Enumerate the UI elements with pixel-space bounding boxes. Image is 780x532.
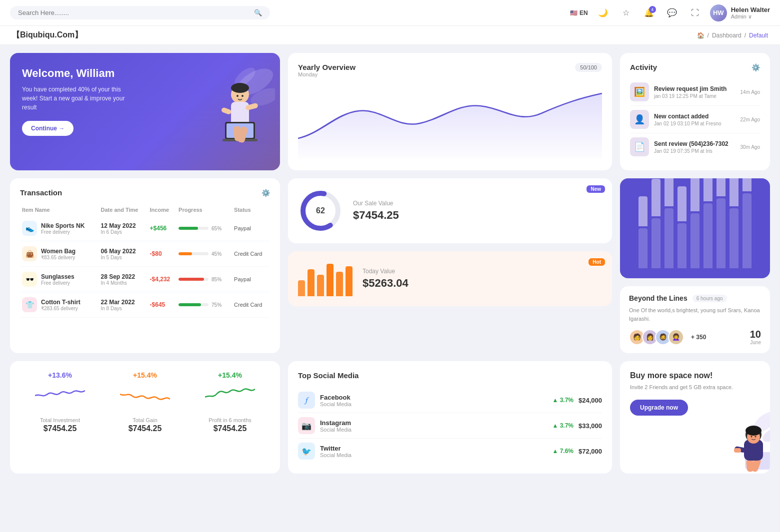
bar-column <box>730 178 738 268</box>
buyspace-illustration <box>715 407 770 474</box>
right-col2: Beyond the Lines 6 hours ago One Of the … <box>620 178 770 353</box>
sale-stack: New 62 Our Sale Value $7454.25 Hot Today… <box>288 178 612 353</box>
fullscreen-icon[interactable]: ⛶ <box>687 5 703 21</box>
buyspace-desc: Invite 2 Friends and get 5 GB extra spac… <box>630 383 760 392</box>
user-profile[interactable]: HW Helen Walter Admin ∨ <box>710 4 770 21</box>
notification-badge: 4 <box>649 6 656 13</box>
stat-item: +15.4% Total Gain $7454.25 <box>105 371 185 464</box>
social-row: 🐦 Twitter Social Media ▲ 7.6% $72,000 <box>298 439 602 464</box>
home-icon[interactable]: 🏠 <box>697 32 704 39</box>
avatar: 👩‍🦱 <box>668 329 684 345</box>
svg-point-12 <box>231 83 249 93</box>
search-bar[interactable]: 🔍 <box>10 6 270 19</box>
table-row: 👕 Cotton T-shirt ₹283.65 delivery 22 Mar… <box>20 292 270 317</box>
social-amount: $24,000 <box>578 397 602 404</box>
bar-column <box>742 178 752 268</box>
sale-donut: 62 <box>298 188 343 233</box>
stat-change: +13.6% <box>20 371 100 379</box>
bar-chart-panel <box>620 178 770 278</box>
stat-label: Total Gain <box>105 417 185 423</box>
yearly-subtitle: Monday <box>298 71 356 77</box>
yearly-card: Yearly Overview Monday 50/100 <box>288 53 612 170</box>
breadcrumb: 🏠 / Dashboard / Default <box>697 32 768 39</box>
social-card: Top Social Media 𝑓 Facebook Social Media… <box>288 361 612 474</box>
notification-bell[interactable]: 🔔 4 <box>641 5 657 21</box>
upgrade-button[interactable]: Upgrade now <box>630 400 688 416</box>
bar-column <box>664 178 674 268</box>
stats-card: +13.6% Total Investment $7454.25 +15.4% … <box>10 361 280 474</box>
new-badge: New <box>586 185 605 193</box>
social-amount: $33,000 <box>578 422 602 430</box>
today-bar-chart <box>298 261 352 296</box>
activity-settings-icon[interactable]: ⚙️ <box>752 63 760 71</box>
social-change: ▲ 7.6% <box>552 448 574 455</box>
svg-rect-5 <box>221 107 232 115</box>
activity-thumb: 👤 <box>630 110 649 129</box>
bar <box>308 269 314 296</box>
welcome-illustration <box>195 53 275 170</box>
bar-column <box>652 179 660 268</box>
social-platform: Social Media <box>320 401 547 407</box>
stat-item: +13.6% Total Investment $7454.25 <box>20 371 100 464</box>
bar <box>298 280 305 297</box>
today-sale-info: Today Value $5263.04 <box>362 268 408 290</box>
main-row2: Transaction ⚙️ Item NameDate and TimeInc… <box>0 178 780 361</box>
transaction-table: Item NameDate and TimeIncomeProgressStat… <box>20 204 270 318</box>
activity-item: 📄 Sent review (504)236-7302 Jan 02 19 07… <box>630 133 760 160</box>
main-row1: Welcome, William You have completed 40% … <box>0 45 780 178</box>
brand-logo: 【Biqubiqu.Com】 <box>12 30 82 40</box>
beyond-card: Beyond the Lines 6 hours ago One Of the … <box>620 286 770 353</box>
bar-column <box>704 178 712 268</box>
social-platform: Social Media <box>320 452 547 458</box>
activity-thumb: 🖼️ <box>630 82 649 101</box>
breadcrumb-default: Default <box>749 32 768 39</box>
beyond-desc: One Of the world,s brightest, young surf… <box>629 306 761 323</box>
activity-title: Activity <box>630 63 657 71</box>
svg-rect-29 <box>734 448 741 453</box>
stat-label: Profit in 6 months <box>190 417 270 423</box>
activity-card: Activity ⚙️ 🖼️ Review request jim Smith … <box>620 53 770 170</box>
star-icon[interactable]: ☆ <box>618 5 634 21</box>
beyond-date: 10 June <box>750 329 761 345</box>
yearly-title: Yearly Overview <box>298 63 356 71</box>
social-change: ▲ 3.7% <box>552 397 574 404</box>
activity-thumb: 📄 <box>630 137 649 156</box>
activity-item-sub: Jan 02 19 03:10 PM at Fresno <box>654 121 736 126</box>
social-icon: 𝑓 <box>298 392 315 409</box>
transaction-settings-icon[interactable]: ⚙️ <box>262 189 270 197</box>
user-role: Admin ∨ <box>731 13 770 20</box>
activity-item-sub: Jan 02 19 07:35 PM at Iris <box>654 148 736 154</box>
user-name: Helen Walter <box>731 6 770 13</box>
continue-button[interactable]: Continue → <box>22 121 74 136</box>
stat-value: $7454.25 <box>105 424 185 433</box>
breadcrumb-dashboard[interactable]: Dashboard <box>712 32 742 39</box>
svg-point-27 <box>755 436 756 438</box>
avatar: HW <box>710 4 727 21</box>
activity-list: 🖼️ Review request jim Smith jan 03 19 12… <box>630 78 760 160</box>
table-row: 🕶️ Sunglasses Free delivery 28 Sep 2022 … <box>20 267 270 292</box>
social-name: Instagram <box>320 419 547 427</box>
activity-item: 🖼️ Review request jim Smith jan 03 19 12… <box>630 78 760 106</box>
stat-value: $7454.25 <box>20 424 100 433</box>
social-title: Top Social Media <box>298 371 602 380</box>
activity-item-title: Sent review (504)236-7302 <box>654 140 736 147</box>
bar <box>346 266 352 296</box>
search-input[interactable] <box>18 9 250 16</box>
social-platform: Social Media <box>320 427 547 433</box>
welcome-card: Welcome, William You have completed 40% … <box>10 53 280 170</box>
topnav-right: 🇺🇸 EN 🌙 ☆ 🔔 4 💬 ⛶ HW Helen Walter Admin … <box>570 4 770 21</box>
beyond-plus: + 350 <box>691 334 706 341</box>
beyond-time: 6 hours ago <box>692 295 727 302</box>
stat-item: +15.4% Profit in 6 months $7454.25 <box>190 371 270 464</box>
chat-icon[interactable]: 💬 <box>664 5 680 21</box>
language-selector[interactable]: 🇺🇸 EN <box>570 9 588 16</box>
breadcrumb-bar: 【Biqubiqu.Com】 🏠 / Dashboard / Default <box>0 26 780 45</box>
bar <box>336 272 343 296</box>
our-sale-card: New 62 Our Sale Value $7454.25 <box>288 178 612 243</box>
svg-point-13 <box>236 95 238 97</box>
theme-toggle[interactable]: 🌙 <box>595 5 611 21</box>
transaction-title: Transaction <box>20 188 62 197</box>
social-name: Facebook <box>320 394 547 401</box>
donut-percent: 62 <box>316 206 325 215</box>
search-icon: 🔍 <box>254 9 262 16</box>
